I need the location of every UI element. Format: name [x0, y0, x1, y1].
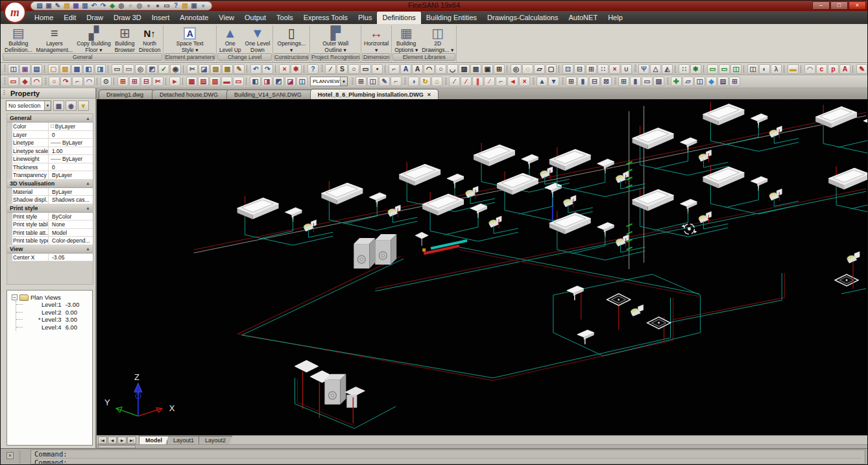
- point-icon[interactable]: •: [372, 64, 383, 74]
- folder-icon[interactable]: ▧: [181, 3, 189, 9]
- building-options-button[interactable]: ▦Building Options ▾: [392, 25, 420, 53]
- spline-icon[interactable]: S: [337, 64, 348, 74]
- line-icon[interactable]: ∕: [325, 64, 336, 74]
- paste-icon[interactable]: ▨: [210, 64, 221, 74]
- big-arc-icon[interactable]: ◠: [84, 77, 95, 86]
- menu-view[interactable]: View: [213, 12, 239, 24]
- loop-icon[interactable]: ○: [49, 77, 60, 86]
- filter-icon[interactable]: ▼: [78, 101, 89, 111]
- gem-icon[interactable]: ◆: [706, 77, 717, 86]
- section-header-view[interactable]: View ▲: [7, 245, 93, 254]
- table-icon[interactable]: ⊞: [494, 64, 505, 74]
- viewport-row-icon[interactable]: ⊟: [589, 77, 600, 86]
- layout1-tab[interactable]: Layout1: [167, 436, 200, 444]
- paint-walls-icon[interactable]: ◆: [19, 77, 30, 86]
- region-icon[interactable]: ▣: [482, 64, 493, 74]
- sheet-icon[interactable]: ◫: [747, 64, 758, 74]
- last-tab-button[interactable]: ▶|: [127, 436, 136, 444]
- new-from-template-icon[interactable]: ▤: [31, 64, 42, 74]
- receptor-icon[interactable]: ▭: [8, 77, 19, 86]
- mirror-3d-icon[interactable]: ◭: [662, 64, 673, 74]
- menu-tools[interactable]: Tools: [271, 12, 298, 24]
- user-icon[interactable]: ●: [199, 3, 207, 9]
- sphere-wire-icon[interactable]: ○: [127, 3, 134, 9]
- property-row[interactable]: Transparency ByLayer: [7, 171, 93, 180]
- copy-icon[interactable]: ◪: [199, 64, 210, 74]
- menu-output[interactable]: Output: [239, 12, 271, 24]
- property-row[interactable]: Print table type Color-depend...: [7, 237, 93, 245]
- menu-draw[interactable]: Draw: [81, 12, 108, 24]
- boundary-icon[interactable]: ▢: [546, 64, 557, 74]
- property-row[interactable]: Print style table None: [7, 221, 93, 229]
- close-command-icon[interactable]: ×: [6, 452, 14, 459]
- preview-icon[interactable]: ◎: [135, 64, 146, 74]
- tab-building-v14-sani[interactable]: Building_V14_SANI.DWG: [226, 89, 313, 99]
- cut-icon[interactable]: ✂: [187, 64, 198, 74]
- menu-definitions[interactable]: Definitions: [377, 12, 420, 24]
- room-tool-4-icon[interactable]: ▬: [221, 77, 232, 86]
- menu-insert[interactable]: Insert: [147, 12, 175, 24]
- arc-icon[interactable]: ◠: [424, 64, 435, 74]
- view-edit-icon[interactable]: ✎: [379, 77, 390, 86]
- delete-pipe-icon[interactable]: ×: [519, 77, 530, 86]
- faucet-icon[interactable]: ⌐: [496, 77, 507, 86]
- horizontal-dimension-button[interactable]: ↔Horizontal ▾: [362, 25, 391, 53]
- tree-view-icon[interactable]: ⊞: [729, 77, 740, 86]
- delete-duplicates-icon[interactable]: ✱: [291, 64, 302, 74]
- window-tile-icon[interactable]: ◧: [83, 64, 94, 74]
- menu-plus[interactable]: Plus: [353, 12, 377, 24]
- help-icon[interactable]: ?: [307, 64, 319, 74]
- view-cart-icon[interactable]: ⌐: [391, 77, 402, 86]
- outer-wall-outline-button[interactable]: ▛Outer Wall Outline ▾: [320, 25, 350, 53]
- menu-draw3d[interactable]: Draw 3D: [108, 12, 147, 24]
- one-level-up-button[interactable]: ▲One Level Up: [217, 25, 243, 53]
- redo-icon[interactable]: ↷: [262, 64, 273, 74]
- tree-expander-icon[interactable]: −: [12, 294, 18, 300]
- open-icon[interactable]: ▧: [60, 64, 71, 74]
- explode-icon[interactable]: ×: [609, 64, 620, 74]
- stack-icon[interactable]: ◫: [694, 77, 705, 86]
- chevron-down-icon[interactable]: ▼: [340, 77, 347, 86]
- property-row[interactable]: Print style ByColor: [7, 213, 93, 221]
- collapse-icon[interactable]: ▲: [86, 246, 90, 251]
- menu-express-tools[interactable]: Express Tools: [298, 12, 353, 24]
- window-cascade-icon[interactable]: ◨: [95, 64, 106, 74]
- cone-icon[interactable]: △: [650, 64, 661, 74]
- lambda-icon[interactable]: λ: [771, 64, 782, 74]
- level-tool-5-icon[interactable]: ◫: [296, 77, 307, 86]
- erase-icon[interactable]: ×: [279, 64, 290, 74]
- render-icon[interactable]: ◐: [759, 64, 770, 74]
- layout2-tab[interactable]: Layout2: [199, 436, 232, 444]
- help-icon[interactable]: ?: [172, 3, 180, 9]
- ellipse-icon[interactable]: ○: [435, 64, 446, 74]
- join-icon[interactable]: ∪: [621, 64, 632, 74]
- level-tool-4-icon[interactable]: ◪: [285, 77, 296, 86]
- level-down-icon[interactable]: ▼: [548, 77, 559, 86]
- undo-icon[interactable]: ↶: [90, 3, 98, 9]
- sphere-shaded-icon[interactable]: ●: [145, 3, 152, 9]
- menu-autonet[interactable]: AutoNET: [563, 12, 603, 24]
- layout-hatch-icon[interactable]: ▨: [653, 77, 664, 86]
- make-block-icon[interactable]: ⊡: [562, 64, 573, 74]
- view-selector[interactable]: PLANVIEW ▼: [310, 77, 348, 86]
- property-row[interactable]: Material ByLayer: [7, 188, 93, 197]
- hatch-icon[interactable]: ▨: [459, 64, 470, 74]
- tree-level-3[interactable]: * Level:3 3.00: [16, 316, 91, 324]
- match-properties-icon[interactable]: ✎: [234, 64, 245, 74]
- zoom-object-icon[interactable]: ⊙: [101, 77, 112, 86]
- openings-button[interactable]: ▯Openings... ▾: [276, 25, 307, 53]
- prev-tab-button[interactable]: ◀: [108, 436, 117, 444]
- section-header-3d-visualisation[interactable]: 3D Visualisation ▲: [7, 180, 93, 188]
- attach-icon[interactable]: ✚: [671, 77, 682, 86]
- pipe-tap-icon[interactable]: ⌐: [72, 77, 83, 86]
- layout-column-icon[interactable]: ▮: [630, 77, 641, 86]
- light-icon[interactable]: ▬: [788, 64, 799, 74]
- close-tab-icon[interactable]: ×: [428, 91, 431, 98]
- spell-check-icon[interactable]: ✓: [158, 64, 169, 74]
- group-icon[interactable]: ∷: [597, 64, 609, 74]
- wipeout-icon[interactable]: ▱: [534, 64, 545, 74]
- tab-drawing1[interactable]: Drawing1.dwg: [99, 89, 155, 99]
- viewport-four-icon[interactable]: ◫: [730, 64, 741, 74]
- collapse-icon[interactable]: ▲: [86, 206, 90, 210]
- plot-preview-icon[interactable]: ▭: [123, 64, 134, 74]
